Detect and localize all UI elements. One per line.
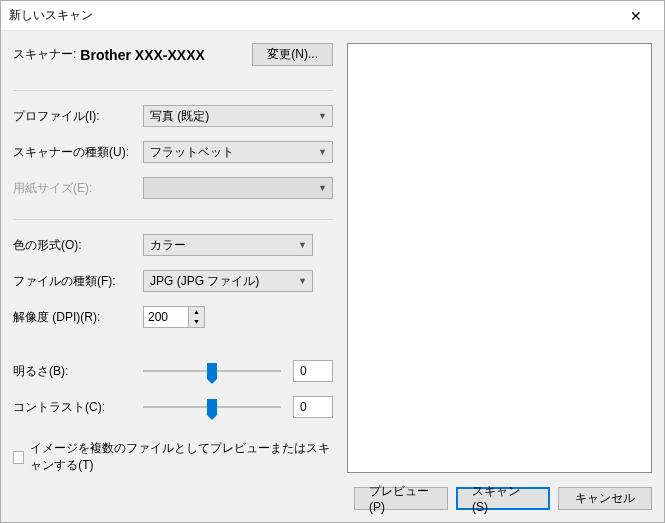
- chevron-down-icon: ▼: [318, 147, 327, 157]
- chevron-down-icon: ▼: [298, 276, 307, 286]
- file-type-row: ファイルの種類(F): JPG (JPG ファイル) ▼: [13, 270, 333, 292]
- scan-dialog: 新しいスキャン ✕ スキャナー: Brother XXX-XXXX 変更(N).…: [0, 0, 665, 523]
- scanner-label: スキャナー:: [13, 46, 76, 63]
- change-scanner-button[interactable]: 変更(N)...: [252, 43, 333, 66]
- close-icon[interactable]: ✕: [616, 8, 656, 24]
- resolution-spinner[interactable]: ▲ ▼: [143, 306, 205, 328]
- preview-area: [347, 43, 652, 473]
- resolution-row: 解像度 (DPI)(R): ▲ ▼: [13, 306, 333, 328]
- scanner-type-label: スキャナーの種類(U):: [13, 144, 143, 161]
- chevron-down-icon: ▼: [318, 111, 327, 121]
- scanner-type-row: スキャナーの種類(U): フラットベット ▼: [13, 141, 333, 163]
- color-format-select[interactable]: カラー ▼: [143, 234, 313, 256]
- brightness-label: 明るさ(B):: [13, 363, 143, 380]
- scanner-value: Brother XXX-XXXX: [80, 47, 252, 63]
- multi-file-checkbox[interactable]: [13, 451, 24, 464]
- profile-label: プロファイル(I):: [13, 108, 143, 125]
- spinner-down-icon[interactable]: ▼: [189, 317, 204, 327]
- contrast-slider[interactable]: [143, 397, 281, 417]
- multi-file-label: イメージを複数のファイルとしてプレビューまたはスキャンする(T): [30, 440, 333, 474]
- file-type-value: JPG (JPG ファイル): [150, 273, 259, 290]
- scanner-type-select[interactable]: フラットベット ▼: [143, 141, 333, 163]
- slider-thumb[interactable]: [207, 363, 217, 379]
- color-format-row: 色の形式(O): カラー ▼: [13, 234, 333, 256]
- footer: プレビュー(P) スキャン(S) キャンセル: [1, 477, 664, 522]
- scanner-row: スキャナー: Brother XXX-XXXX 変更(N)...: [13, 43, 333, 66]
- resolution-label: 解像度 (DPI)(R):: [13, 309, 143, 326]
- multi-file-row: イメージを複数のファイルとしてプレビューまたはスキャンする(T): [13, 440, 333, 474]
- titlebar: 新しいスキャン ✕: [1, 1, 664, 31]
- profile-value: 写真 (既定): [150, 108, 209, 125]
- preview-button[interactable]: プレビュー(P): [354, 487, 448, 510]
- slider-thumb[interactable]: [207, 399, 217, 415]
- chevron-down-icon: ▼: [298, 240, 307, 250]
- scan-button[interactable]: スキャン(S): [456, 487, 550, 510]
- profile-row: プロファイル(I): 写真 (既定) ▼: [13, 105, 333, 127]
- paper-size-label: 用紙サイズ(E):: [13, 180, 143, 197]
- file-type-label: ファイルの種類(F):: [13, 273, 143, 290]
- color-format-label: 色の形式(O):: [13, 237, 143, 254]
- cancel-button[interactable]: キャンセル: [558, 487, 652, 510]
- file-type-select[interactable]: JPG (JPG ファイル) ▼: [143, 270, 313, 292]
- chevron-down-icon: ▼: [318, 183, 327, 193]
- scanner-type-value: フラットベット: [150, 144, 234, 161]
- brightness-row: 明るさ(B): 0: [13, 360, 333, 382]
- spinner-buttons[interactable]: ▲ ▼: [189, 306, 205, 328]
- divider: [13, 90, 333, 91]
- paper-size-select: ▼: [143, 177, 333, 199]
- profile-select[interactable]: 写真 (既定) ▼: [143, 105, 333, 127]
- contrast-label: コントラスト(C):: [13, 399, 143, 416]
- settings-panel: スキャナー: Brother XXX-XXXX 変更(N)... プロファイル(…: [13, 43, 333, 477]
- paper-size-row: 用紙サイズ(E): ▼: [13, 177, 333, 199]
- spinner-up-icon[interactable]: ▲: [189, 307, 204, 317]
- window-title: 新しいスキャン: [9, 7, 616, 24]
- resolution-input[interactable]: [143, 306, 189, 328]
- dialog-body: スキャナー: Brother XXX-XXXX 変更(N)... プロファイル(…: [1, 31, 664, 477]
- brightness-value-box[interactable]: 0: [293, 360, 333, 382]
- contrast-row: コントラスト(C): 0: [13, 396, 333, 418]
- preview-panel: [347, 43, 652, 477]
- divider: [13, 219, 333, 220]
- color-format-value: カラー: [150, 237, 186, 254]
- brightness-slider[interactable]: [143, 361, 281, 381]
- contrast-value-box[interactable]: 0: [293, 396, 333, 418]
